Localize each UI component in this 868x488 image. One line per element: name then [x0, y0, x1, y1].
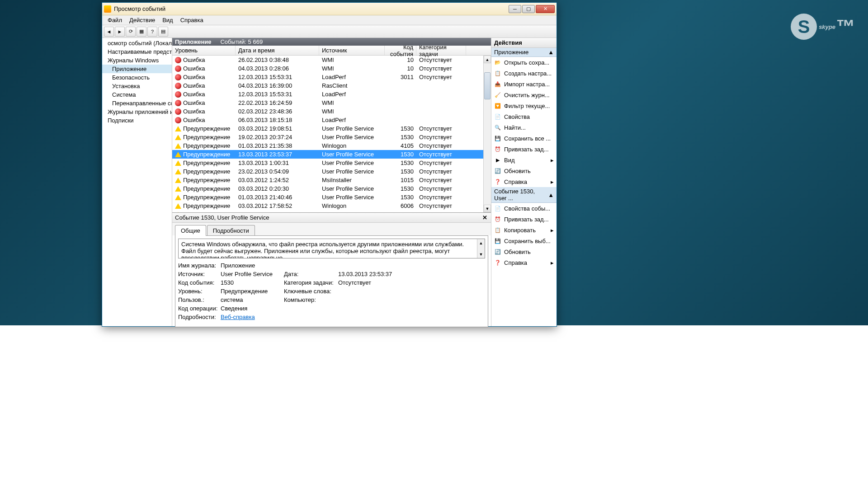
table-row[interactable]: Предупреждение03.03.2012 17:58:52Winlogo… — [172, 202, 491, 210]
action-item[interactable]: ⏰Привязать зад... — [491, 214, 557, 225]
tree-root[interactable]: осмотр событий (Локальны — [102, 39, 172, 47]
action-item[interactable]: 🔍Найти... — [491, 122, 557, 133]
scroll-thumb[interactable] — [484, 72, 491, 99]
lbl-level: Уровень: — [178, 288, 221, 295]
minimize-button[interactable]: ─ — [509, 5, 521, 13]
error-icon — [175, 108, 181, 115]
action-item[interactable]: 📥Импорт настра... — [491, 79, 557, 89]
skype-logo: skype™ — [791, 14, 854, 40]
col-date[interactable]: Дата и время — [236, 46, 319, 55]
warning-icon — [175, 169, 181, 174]
table-row[interactable]: Ошибка02.03.2012 23:48:36WMI — [172, 107, 491, 116]
action-item[interactable]: 💾Сохранить все ... — [491, 133, 557, 144]
tree-application[interactable]: Приложение — [102, 65, 172, 73]
table-row[interactable]: Предупреждение13.03.2013 1:00:31User Pro… — [172, 159, 491, 167]
content-header: Приложение Событий: 5 669 — [172, 38, 491, 46]
tab-general[interactable]: Общие — [175, 225, 206, 236]
chevron-right-icon: ▸ — [551, 157, 554, 164]
close-button[interactable]: ✕ — [536, 5, 555, 13]
table-row[interactable]: Предупреждение03.03.2012 1:24:52MsiInsta… — [172, 176, 491, 184]
close-detail-button[interactable]: ✕ — [481, 214, 488, 221]
val-source: User Profile Service — [221, 271, 284, 277]
menu-view[interactable]: Вид — [159, 16, 177, 24]
action-item[interactable]: 📄Свойства собы... — [491, 203, 557, 214]
action-item[interactable]: 📂Открыть сохра... — [491, 57, 557, 68]
scroll-down-icon[interactable]: ▼ — [484, 205, 491, 212]
table-row[interactable]: Предупреждение03.03.2012 0:20:30User Pro… — [172, 184, 491, 193]
titlebar[interactable]: Просмотр событий ─ ▢ ✕ — [102, 3, 557, 15]
scroll-up-icon[interactable]: ▲ — [484, 56, 491, 63]
menu-action[interactable]: Действие — [126, 16, 159, 24]
tree-setup[interactable]: Установка — [102, 82, 172, 90]
tab-details[interactable]: Подробности — [207, 225, 255, 236]
table-row[interactable]: Ошибка26.02.2013 0:38:48WMI10Отсутствует — [172, 56, 491, 64]
table-scrollbar[interactable]: ▲ ▼ — [483, 56, 491, 212]
back-button[interactable]: ◄ — [104, 27, 114, 37]
tree-forwarded[interactable]: Перенаправленные собы — [102, 99, 172, 108]
error-icon — [175, 83, 181, 89]
help-button[interactable]: ? — [147, 27, 157, 37]
actions-section-event[interactable]: Событие 1530, User ...▲ — [491, 187, 557, 203]
table-row[interactable]: Ошибка04.03.2013 16:39:00RasClient — [172, 81, 491, 90]
action-icon: 🔍 — [494, 124, 501, 131]
table-row[interactable]: Ошибка04.03.2013 0:28:06WMI10Отсутствует — [172, 64, 491, 73]
up-button[interactable]: ⟳ — [126, 27, 136, 37]
forward-button[interactable]: ► — [115, 27, 125, 37]
table-row[interactable]: Предупреждение01.03.2013 21:35:38Winlogo… — [172, 141, 491, 150]
table-row[interactable]: Предупреждение19.02.2013 20:37:24User Pr… — [172, 133, 491, 141]
warning-icon — [175, 203, 181, 209]
warning-icon — [175, 135, 181, 140]
action-item[interactable]: ❓Справка▸ — [491, 257, 557, 268]
action-item[interactable]: 🔽Фильтр текуще... — [491, 100, 557, 111]
maximize-button[interactable]: ▢ — [522, 5, 535, 13]
tree-applogs[interactable]: Журналы приложений и слу — [102, 108, 172, 116]
action-item[interactable]: 📄Свойства — [491, 111, 557, 122]
tree-security[interactable]: Безопасность — [102, 73, 172, 82]
warning-icon — [175, 195, 181, 200]
val-keywords — [338, 288, 406, 295]
table-row[interactable]: Ошибка12.03.2013 15:53:31LoadPerf3011Отс… — [172, 73, 491, 81]
menu-file[interactable]: Файл — [104, 16, 126, 24]
error-icon — [175, 117, 181, 123]
table-row[interactable]: Предупреждение01.03.2013 21:40:46User Pr… — [172, 193, 491, 202]
action-item[interactable]: 💾Сохранить выб... — [491, 235, 557, 246]
action-item[interactable]: ❓Справка▸ — [491, 176, 557, 187]
event-viewer-window: Просмотр событий ─ ▢ ✕ Файл Действие Вид… — [102, 2, 557, 327]
col-category[interactable]: Категория задачи — [416, 46, 466, 55]
action-item[interactable]: 📋Копировать▸ — [491, 225, 557, 235]
action-item[interactable]: 🔄Обновить — [491, 246, 557, 257]
col-source[interactable]: Источник — [319, 46, 385, 55]
tree-custom[interactable]: Настраиваемые представл — [102, 47, 172, 56]
detail-title: Событие 1530, User Profile Service — [175, 214, 269, 221]
action-item[interactable]: 🔄Обновить — [491, 165, 557, 176]
action-icon: 📄 — [494, 205, 501, 212]
action-item[interactable]: ▶Вид▸ — [491, 155, 557, 165]
web-help-link[interactable]: Веб-справка — [221, 314, 284, 320]
error-icon — [175, 57, 181, 63]
table-row[interactable]: Ошибка12.03.2013 15:53:31LoadPerf — [172, 90, 491, 99]
col-level[interactable]: Уровень — [172, 46, 236, 55]
collapse-icon: ▲ — [548, 192, 554, 198]
col-id[interactable]: Код события — [385, 46, 416, 55]
actions-section-app[interactable]: Приложение▲ — [491, 48, 557, 57]
table-row[interactable]: Предупреждение13.03.2013 23:53:37User Pr… — [172, 150, 491, 159]
tree-subscriptions[interactable]: Подписки — [102, 116, 172, 125]
event-count: Событий: 5 669 — [220, 38, 263, 45]
table-row[interactable]: Предупреждение23.02.2013 0:54:09User Pro… — [172, 167, 491, 176]
tree-winlogs[interactable]: Журналы Windows — [102, 56, 172, 65]
table-row[interactable]: Предупреждение03.03.2012 19:08:51User Pr… — [172, 124, 491, 133]
table-row[interactable]: Ошибка22.02.2013 16:24:59WMI — [172, 99, 491, 107]
panel-button[interactable]: ▤ — [158, 27, 168, 37]
val-user: система — [221, 296, 284, 303]
menu-help[interactable]: Справка — [177, 16, 207, 24]
action-icon: ❓ — [494, 178, 501, 185]
props-button[interactable]: ▦ — [137, 27, 146, 37]
event-table: Уровень Дата и время Источник Код событи… — [172, 46, 491, 213]
tree-system[interactable]: Система — [102, 90, 172, 99]
val-log: Приложение — [221, 262, 284, 269]
action-item[interactable]: 📋Создать настра... — [491, 68, 557, 79]
message-scrollbar[interactable]: ▲▼ — [477, 239, 485, 258]
action-item[interactable]: ⏰Привязать зад... — [491, 144, 557, 155]
table-row[interactable]: Ошибка06.03.2013 18:15:18LoadPerf — [172, 116, 491, 124]
action-item[interactable]: 🧹Очистить журн... — [491, 89, 557, 100]
